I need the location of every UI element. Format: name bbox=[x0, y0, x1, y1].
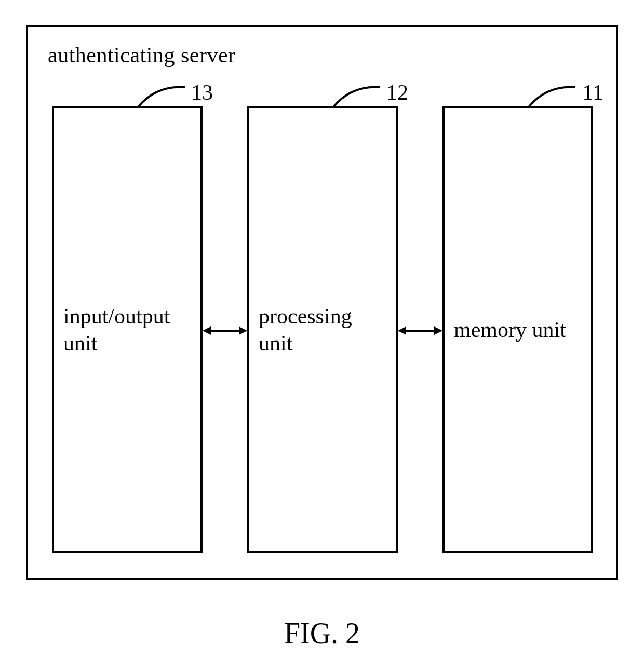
unit-input-output: input/output unit bbox=[52, 106, 203, 553]
unit-processing: processing unit bbox=[247, 106, 398, 553]
diagram-canvas: authenticating server 13 12 11 input/out… bbox=[0, 0, 644, 667]
bidirectional-arrow-icon bbox=[203, 325, 247, 336]
unit-label-line1: processing bbox=[259, 304, 352, 328]
unit-label-line1: memory unit bbox=[454, 318, 566, 342]
svg-marker-2 bbox=[239, 326, 247, 335]
unit-label-line2: unit bbox=[259, 331, 292, 355]
unit-label: processing unit bbox=[249, 303, 361, 357]
unit-label: input/output unit bbox=[54, 303, 179, 357]
unit-label-line1: input/output bbox=[63, 304, 170, 328]
svg-marker-4 bbox=[398, 326, 406, 335]
bidirectional-arrow-icon bbox=[398, 325, 442, 336]
figure-caption: FIG. 2 bbox=[0, 617, 644, 650]
svg-marker-5 bbox=[434, 326, 442, 335]
outer-container-label: authenticating server bbox=[48, 43, 236, 67]
unit-label-line2: unit bbox=[63, 331, 97, 355]
unit-memory: memory unit bbox=[442, 106, 593, 553]
unit-label: memory unit bbox=[445, 316, 575, 344]
svg-marker-1 bbox=[203, 326, 211, 335]
